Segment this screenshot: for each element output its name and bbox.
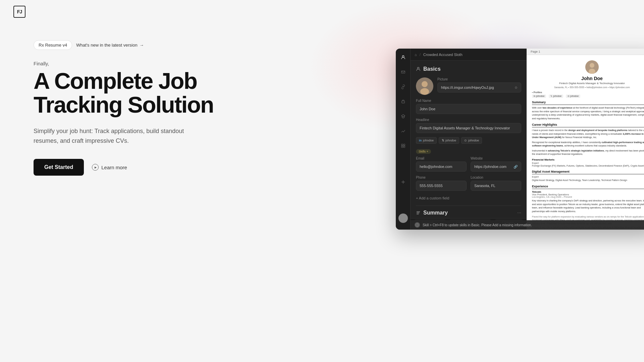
form-area: Basics Picture https://i.imgur.com/HqwyO… <box>411 61 527 218</box>
sidebar-icon-education[interactable] <box>398 112 408 121</box>
sidebar-icon-projects[interactable] <box>398 141 408 150</box>
app-sidebar <box>396 49 411 230</box>
fullname-input[interactable]: John Doe <box>416 104 521 114</box>
whats-new-link[interactable]: What's new in the latest version → <box>76 43 144 48</box>
website-field-group: Website https://johndoe.com 🔗 <box>471 157 521 172</box>
breadcrumb-separator: / <box>420 53 421 57</box>
summary-icon <box>416 210 421 215</box>
svg-point-9 <box>422 81 428 87</box>
resume-content: John Doe Fintech Digital Assets Manager … <box>527 55 644 230</box>
summary-title: Summary <box>423 210 448 216</box>
financial-markets-subtitle: Expert <box>532 162 644 164</box>
svg-rect-5 <box>401 146 402 147</box>
picture-label: Picture <box>437 77 521 81</box>
fullname-label: Full Name <box>416 99 521 103</box>
resume-digital-asset-level: Expert <box>532 176 644 178</box>
headline-row: Headline Fintech Digital Assets Manager … <box>416 118 521 133</box>
phone-field-group: Phone 555-555-5555 <box>416 176 467 191</box>
skills-badge: Skills + <box>416 149 431 154</box>
hero-title: A Complete Job Tracking Solution <box>34 69 241 117</box>
svg-rect-3 <box>401 144 402 145</box>
picture-input[interactable]: https://i.imgur.com/HqwyOuJ.jpg ⚙ <box>437 82 521 93</box>
exp-date-range: Aug 2020 – Present <box>551 196 572 198</box>
svg-rect-1 <box>401 71 405 73</box>
twitter-icon: 𝕏 <box>442 139 444 142</box>
logo[interactable]: FJ <box>13 6 25 18</box>
hero-tag: Finally, <box>34 61 241 66</box>
cta-row: Get Started ▶ Learn more <box>34 159 241 176</box>
svg-point-15 <box>590 63 594 68</box>
hero-section: Rx Resume v4 What's new in the latest ve… <box>34 40 241 176</box>
website-link-icon[interactable]: 🔗 <box>514 165 518 169</box>
hero-subtitle: Simplify your job hunt: Track applicatio… <box>34 126 195 146</box>
page1-label: Page 1 <box>531 50 540 53</box>
sidebar-icon-links[interactable] <box>398 82 408 92</box>
phone-input[interactable]: 555-555-5555 <box>416 181 467 191</box>
exp-description: Key visionary in charting the company's … <box>532 199 644 213</box>
version-badge: Rx Resume v4 <box>34 40 72 50</box>
financial-markets-section: Financial Markets Expert Foreign Exchang… <box>532 158 644 168</box>
get-started-button[interactable]: Get Started <box>34 159 84 176</box>
linkedin-icon: in <box>419 139 422 142</box>
resume-summary-title: Summary <box>532 101 644 105</box>
twitter-value: johndoe <box>445 139 456 142</box>
location-value: Sarasota, FL <box>474 184 518 188</box>
picture-row: Picture https://i.imgur.com/HqwyOuJ.jpg … <box>416 77 521 95</box>
github-value: johndoe <box>468 139 479 142</box>
svg-rect-13 <box>417 214 419 215</box>
resume-career-title: Career Highlights <box>532 123 644 127</box>
app-screenshot: ⌂ / Crowded Accused Sloth Basics <box>396 49 644 230</box>
learn-more-button[interactable]: ▶ Learn more <box>92 164 127 171</box>
whats-new-arrow: → <box>140 43 144 48</box>
exp-dates: Los Angeles, CA • Aug 2020 – Present <box>532 196 644 198</box>
email-value: hello@johndoe.com <box>420 165 463 169</box>
github-profile: ⊙ johndoe <box>566 95 580 98</box>
notification-text: Skill > Ctrl+F8 to update skills in Basi… <box>527 223 532 227</box>
sidebar-icon-skills[interactable] <box>398 126 408 136</box>
sidebar-icon-work[interactable] <box>398 97 408 106</box>
headline-value: Fintech Digital Assets Manager & Technol… <box>420 126 518 130</box>
resume-profiles: • Profiles in johndoe 𝕏 johndoe ⊙ johndo… <box>532 91 644 98</box>
sidebar-icon-email[interactable] <box>398 67 408 77</box>
svg-point-7 <box>417 67 419 69</box>
avatar-svg <box>416 77 433 95</box>
fullname-row: Full Name John Doe <box>416 99 521 114</box>
location-field-group: Location Sarasota, FL <box>471 176 521 191</box>
exp-role-text: Vice President, Banking Operations <box>532 193 569 196</box>
svg-rect-6 <box>403 146 405 147</box>
resume-experience-title: Experience <box>532 185 644 189</box>
financial-markets-text: Foreign Exchange (FX) Markets, Futures, … <box>532 164 644 168</box>
home-icon: ⌂ <box>415 53 417 57</box>
linkedin-field: in johndoe <box>416 137 437 144</box>
resume-preview-panel: Page 1 Page 2 John Doe Fintech Digital A… <box>527 49 644 230</box>
app-main-panel: ⌂ / Crowded Accused Sloth Basics <box>411 49 527 230</box>
picture-field-group: Picture https://i.imgur.com/HqwyOuJ.jpg … <box>437 77 521 93</box>
summary-menu-icon[interactable]: ⋯ <box>517 210 521 215</box>
location-input[interactable]: Sarasota, FL <box>471 181 521 191</box>
github-icon: ⊙ <box>464 139 467 142</box>
website-input[interactable]: https://johndoe.com 🔗 <box>471 162 521 172</box>
headline-input[interactable]: Fintech Digital Assets Manager & Technol… <box>416 123 521 133</box>
logo-icon: FJ <box>13 6 25 18</box>
hero-title-line2: Tracking Solution <box>34 92 214 117</box>
header: FJ <box>0 0 644 23</box>
play-icon: ▶ <box>92 164 99 171</box>
picture-settings-icon[interactable]: ⚙ <box>515 86 518 89</box>
summary-section-header: Summary ⋯ <box>416 210 521 216</box>
headline-field-group: Headline Fintech Digital Assets Manager … <box>416 118 521 133</box>
resume-avatar <box>585 60 599 74</box>
hero-title-line1: A Complete Job <box>34 68 197 94</box>
exp-company-name: Telcoin <box>532 190 644 193</box>
sidebar-icon-add[interactable] <box>398 177 408 187</box>
location-label: Location <box>471 176 521 179</box>
sidebar-icon-basics[interactable] <box>398 53 408 62</box>
svg-rect-2 <box>401 101 405 103</box>
add-custom-field-button[interactable]: + Add a custom field <box>416 195 521 201</box>
version-badge-row: Rx Resume v4 What's new in the latest ve… <box>34 40 241 50</box>
svg-point-10 <box>420 88 429 95</box>
whats-new-text: What's new in the latest version <box>76 43 137 48</box>
resume-digital-asset-text: Digital Asset Strategy, Digital Asset Te… <box>532 179 644 182</box>
sidebar-avatar <box>398 214 408 223</box>
email-input[interactable]: hello@johndoe.com <box>416 162 467 172</box>
phone-label: Phone <box>416 176 467 179</box>
